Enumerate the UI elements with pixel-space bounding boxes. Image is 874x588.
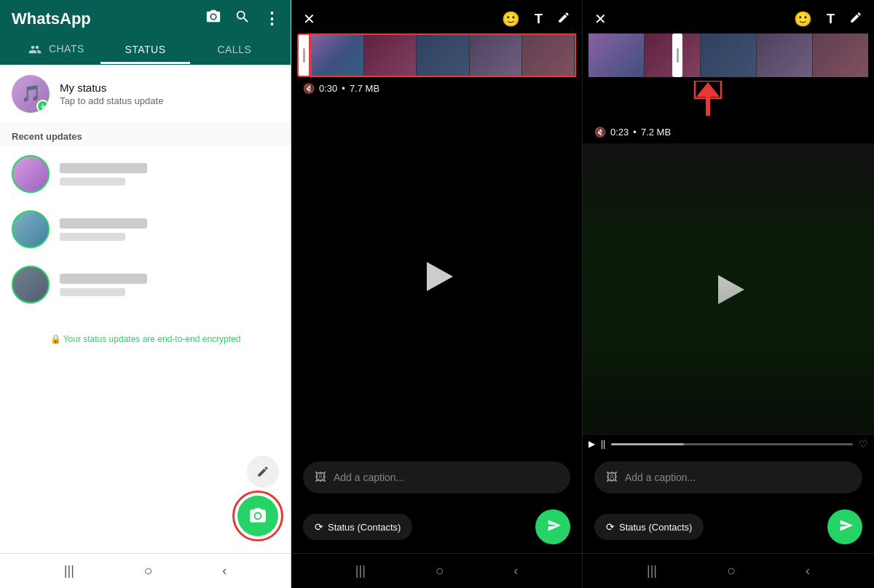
red-arrow-up <box>693 81 723 124</box>
caption-input-2[interactable]: 🖼 Add a caption... <box>303 461 570 493</box>
play-button-2[interactable] <box>415 255 459 298</box>
text-icon-2[interactable]: T <box>535 12 543 27</box>
nav-back-icon-2[interactable]: ||| <box>355 563 366 579</box>
close-icon-2[interactable]: ✕ <box>303 10 315 28</box>
nav-home-icon-3[interactable]: ○ <box>727 563 736 579</box>
camera-fab-button[interactable] <box>237 496 278 536</box>
phone-bottom-nav: ||| ○ ‹ <box>0 553 291 588</box>
trim-handle-left-2[interactable] <box>297 33 310 77</box>
tab-chats[interactable]: Chats <box>12 34 101 65</box>
encrypted-text: Your status updates are <box>63 334 155 344</box>
nav-recent-icon-3[interactable]: ‹ <box>806 563 810 579</box>
nav-home-icon[interactable]: ○ <box>143 563 152 579</box>
filmstrip-seg-1 <box>312 35 364 76</box>
phone-1: WhatsApp ⋮ <box>0 0 291 588</box>
caption-area-3: 🖼 Add a caption... <box>583 453 874 502</box>
status-item-2-info <box>60 218 147 241</box>
send-button-2[interactable] <box>535 509 570 544</box>
app-title: WhatsApp <box>12 9 91 28</box>
svg-marker-1 <box>696 82 720 97</box>
pencil-fab[interactable] <box>247 456 279 488</box>
status-item-2[interactable] <box>0 202 291 257</box>
status-contacts-icon-2: ⟳ <box>315 521 323 533</box>
status-contacts-btn-3[interactable]: ⟳ Status (Contacts) <box>594 514 704 540</box>
status-item[interactable] <box>0 146 291 202</box>
video-meta-3: 🔇 0:23 • 7.2 MB <box>583 121 874 143</box>
caption-area-2: 🖼 Add a caption... <box>291 453 582 502</box>
nav-recent-icon-2[interactable]: ‹ <box>513 563 518 579</box>
more-icon[interactable]: ⋮ <box>264 9 279 28</box>
send-icon-3 <box>839 518 854 536</box>
status-content: 🎵 + My status Tap to add status update R… <box>0 65 291 458</box>
search-icon[interactable] <box>235 9 251 28</box>
emoji-icon-2[interactable]: 🙂 <box>502 10 520 28</box>
status-item-1-info <box>60 163 147 186</box>
play-small-icon-3[interactable]: ▶ <box>588 439 595 449</box>
camera-icon[interactable] <box>205 9 221 28</box>
video-filesize-3: 7.2 MB <box>641 127 671 138</box>
draw-icon-3[interactable] <box>849 11 862 28</box>
chats-tab-icon <box>28 43 44 55</box>
phone-3-bottom-nav: ||| ○ ‹ <box>583 553 874 588</box>
red-arrow-container <box>583 77 874 121</box>
pause-icon-3[interactable]: || <box>601 439 605 449</box>
title-row: WhatsApp ⋮ <box>12 9 279 34</box>
text-icon-3[interactable]: T <box>827 12 835 27</box>
bottom-action-row-2: ⟳ Status (Contacts) <box>291 502 582 553</box>
filmstrip-container-2 <box>297 33 576 77</box>
status-item-3-info <box>60 274 147 296</box>
nav-recent-icon[interactable]: ‹ <box>222 563 227 579</box>
heart-icon-3[interactable]: ♡ <box>859 438 868 450</box>
chats-tab-label: Chats <box>49 43 84 55</box>
phone-3-video: ✕ 🙂 T <box>583 0 874 588</box>
close-icon-3[interactable]: ✕ <box>594 10 607 28</box>
send-button-3[interactable] <box>827 509 862 544</box>
video-top-right-3: 🙂 T <box>794 10 862 28</box>
filmstrip-2 <box>310 33 576 77</box>
music-note-icon: 🎵 <box>21 84 41 103</box>
my-status-row[interactable]: 🎵 + My status Tap to add status update <box>0 65 291 124</box>
video-duration-3: 0:23 <box>610 127 629 138</box>
video-top-bar-3: ✕ 🙂 T <box>583 0 874 33</box>
mute-icon-2[interactable]: 🔇 <box>303 83 315 94</box>
recent-updates-label: Recent updates <box>0 124 291 146</box>
video-filesize-2: 7.7 MB <box>350 83 379 94</box>
filmstrip-3-seg-3 <box>701 33 757 77</box>
status-contacts-btn-2[interactable]: ⟳ Status (Contacts) <box>303 514 412 540</box>
status-contacts-label-3: Status (Contacts) <box>619 522 692 533</box>
camera-fab-wrapper <box>232 490 283 541</box>
nav-back-icon-3[interactable]: ||| <box>647 563 657 579</box>
my-status-avatar: 🎵 + <box>12 75 50 113</box>
encrypted-link[interactable]: end-to-end encrypted <box>157 334 240 344</box>
nav-home-icon-2[interactable]: ○ <box>435 563 444 579</box>
status-contacts-icon-3: ⟳ <box>606 521 615 533</box>
filmstrip-3 <box>588 33 868 77</box>
progress-bar-3[interactable] <box>611 443 853 445</box>
trim-marker-3[interactable] <box>672 33 682 77</box>
header-icons: ⋮ <box>205 9 279 28</box>
video-meta-2: 🔇 0:30 • 7.7 MB <box>291 77 582 100</box>
status-avatar-3 <box>12 266 50 303</box>
status-item-3[interactable] <box>0 257 291 312</box>
mute-icon-3[interactable]: 🔇 <box>594 127 606 138</box>
encrypted-notice: 🔒 Your status updates are end-to-end enc… <box>0 319 291 359</box>
filmstrip-seg-2 <box>364 35 417 76</box>
nav-back-icon[interactable]: ||| <box>64 563 74 579</box>
emoji-icon-3[interactable]: 🙂 <box>794 10 812 28</box>
bottom-actions <box>0 458 291 553</box>
filmstrip-3-seg-5 <box>813 33 868 77</box>
video-area-2 <box>291 100 582 453</box>
status-contacts-label-2: Status (Contacts) <box>328 522 401 533</box>
filmstrip-seg-3 <box>417 35 469 76</box>
status-item-1-name <box>60 163 147 173</box>
tab-calls[interactable]: Calls <box>190 35 279 64</box>
video-top-bar-2: ✕ 🙂 T <box>291 0 582 33</box>
filmstrip-seg-4 <box>470 35 522 76</box>
status-item-2-time <box>60 233 125 241</box>
progress-fill-3 <box>611 443 684 445</box>
caption-input-3[interactable]: 🖼 Add a caption... <box>594 461 862 493</box>
draw-icon-2[interactable] <box>557 11 570 28</box>
whatsapp-header: WhatsApp ⋮ <box>0 0 291 65</box>
tab-status[interactable]: Status <box>101 35 189 64</box>
my-status-subtitle: Tap to add status update <box>60 95 163 106</box>
